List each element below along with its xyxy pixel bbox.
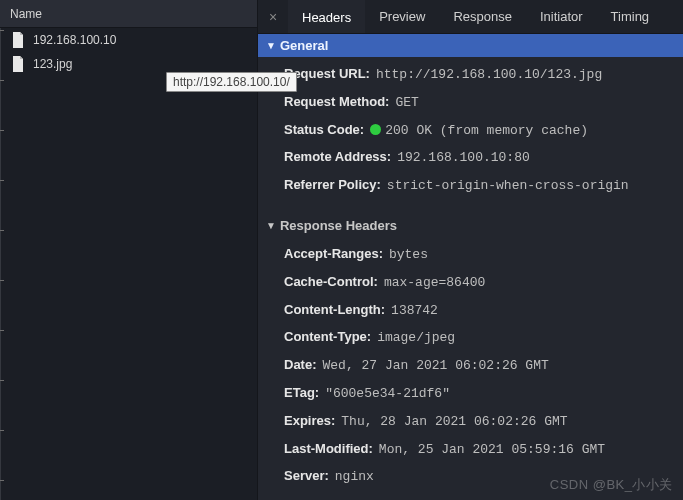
headers-content: ▼ General Request URL: http://192.168.10…	[258, 34, 683, 500]
row-etag: ETag: "600e5e34-21df6"	[258, 380, 683, 408]
row-server: Server: nginx	[258, 463, 683, 491]
request-list: 192.168.100.10 123.jpg	[0, 28, 257, 500]
label: ETag:	[284, 383, 319, 404]
status-dot-icon	[370, 124, 381, 135]
label: Request URL:	[284, 64, 370, 85]
tab-preview[interactable]: Preview	[365, 0, 439, 33]
value: image/jpeg	[377, 328, 455, 349]
value: Mon, 25 Jan 2021 05:59:16 GMT	[379, 440, 605, 461]
tab-timing[interactable]: Timing	[597, 0, 664, 33]
value: "600e5e34-21df6"	[325, 384, 450, 405]
value: 138742	[391, 301, 438, 322]
section-title: Response Headers	[280, 218, 397, 233]
label: Request Method:	[284, 92, 389, 113]
label: Content-Length:	[284, 300, 385, 321]
tab-initiator[interactable]: Initiator	[526, 0, 597, 33]
hover-tooltip: http://192.168.100.10/	[166, 72, 297, 92]
value: 192.168.100.10:80	[397, 148, 530, 169]
tab-response[interactable]: Response	[439, 0, 526, 33]
row-cache-control: Cache-Control: max-age=86400	[258, 269, 683, 297]
general-list: Request URL: http://192.168.100.10/123.j…	[258, 57, 683, 210]
label: Accept-Ranges:	[284, 244, 383, 265]
close-panel-button[interactable]: ×	[258, 0, 288, 33]
value: 200 OK (from memory cache)	[370, 121, 588, 142]
row-last-modified: Last-Modified: Mon, 25 Jan 2021 05:59:16…	[258, 436, 683, 464]
value: Wed, 27 Jan 2021 06:02:26 GMT	[323, 356, 549, 377]
document-icon	[11, 56, 25, 72]
row-remote-address: Remote Address: 192.168.100.10:80	[258, 144, 683, 172]
section-response-headers-toggle[interactable]: ▼ Response Headers	[258, 210, 683, 237]
label: Last-Modified:	[284, 439, 373, 460]
label: Referrer Policy:	[284, 175, 381, 196]
row-expires: Expires: Thu, 28 Jan 2021 06:02:26 GMT	[258, 408, 683, 436]
request-name: 192.168.100.10	[33, 33, 116, 47]
row-referrer-policy: Referrer Policy: strict-origin-when-cros…	[258, 172, 683, 200]
row-request-method: Request Method: GET	[258, 89, 683, 117]
response-headers-list: Accept-Ranges: bytes Cache-Control: max-…	[258, 237, 683, 500]
label: Status Code:	[284, 120, 364, 141]
value: Thu, 28 Jan 2021 06:02:26 GMT	[341, 412, 567, 433]
label: Content-Type:	[284, 327, 371, 348]
row-content-length: Content-Length: 138742	[258, 297, 683, 325]
left-column-header-name[interactable]: Name	[0, 0, 257, 28]
row-request-url: Request URL: http://192.168.100.10/123.j…	[258, 61, 683, 89]
chevron-down-icon: ▼	[266, 220, 276, 231]
label: Date:	[284, 355, 317, 376]
label: Cache-Control:	[284, 272, 378, 293]
value: nginx	[335, 467, 374, 488]
document-icon	[11, 32, 25, 48]
row-status-code: Status Code: 200 OK (from memory cache)	[258, 117, 683, 145]
details-panel: × Headers Preview Response Initiator Tim…	[258, 0, 683, 500]
request-name: 123.jpg	[33, 57, 72, 71]
value: GET	[395, 93, 418, 114]
label: Expires:	[284, 411, 335, 432]
tab-bar: × Headers Preview Response Initiator Tim…	[258, 0, 683, 34]
value: bytes	[389, 245, 428, 266]
list-item[interactable]: 192.168.100.10	[1, 28, 257, 52]
label: Remote Address:	[284, 147, 391, 168]
value: max-age=86400	[384, 273, 485, 294]
tab-headers[interactable]: Headers	[288, 0, 365, 33]
section-title: General	[280, 38, 328, 53]
value: http://192.168.100.10/123.jpg	[376, 65, 602, 86]
row-accept-ranges: Accept-Ranges: bytes	[258, 241, 683, 269]
label: Server:	[284, 466, 329, 487]
value: strict-origin-when-cross-origin	[387, 176, 629, 197]
row-content-type: Content-Type: image/jpeg	[258, 324, 683, 352]
chevron-down-icon: ▼	[266, 40, 276, 51]
section-general-toggle[interactable]: ▼ General	[258, 34, 683, 57]
row-date: Date: Wed, 27 Jan 2021 06:02:26 GMT	[258, 352, 683, 380]
